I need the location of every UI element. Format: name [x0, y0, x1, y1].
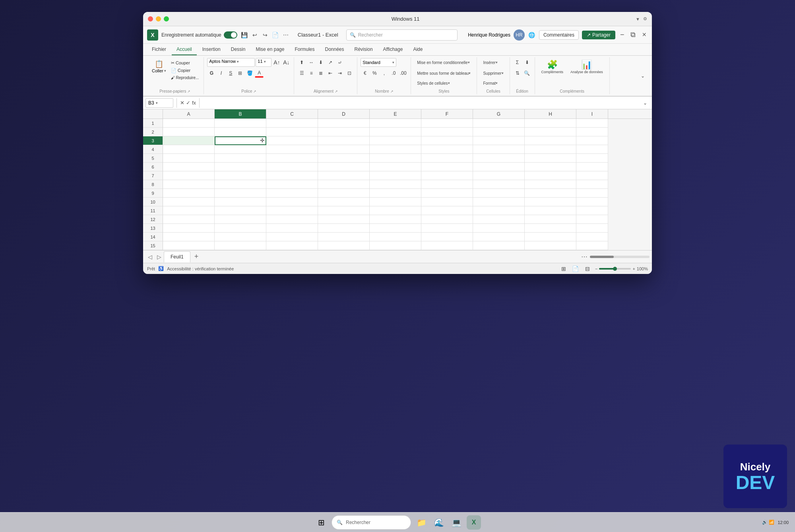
- cell-A10[interactable]: [163, 198, 215, 206]
- cell-D10[interactable]: [318, 198, 370, 206]
- increase-indent-button[interactable]: ⇥: [335, 69, 344, 78]
- grid-scroll-area[interactable]: 1 2: [143, 119, 652, 250]
- font-color-button[interactable]: A: [255, 69, 264, 78]
- cell-F14[interactable]: [421, 233, 473, 241]
- page-break-button[interactable]: ⊟: [583, 264, 592, 273]
- cell-G7[interactable]: [473, 171, 525, 180]
- cell-H15[interactable]: [525, 241, 576, 250]
- decrease-indent-button[interactable]: ⇤: [326, 69, 335, 78]
- close-button[interactable]: ×: [640, 30, 648, 40]
- thousands-button[interactable]: ,: [380, 69, 388, 78]
- cell-G13[interactable]: [473, 224, 525, 233]
- cell-B11[interactable]: [215, 206, 266, 215]
- cell-A15[interactable]: [163, 241, 215, 250]
- cell-D6[interactable]: [318, 163, 370, 171]
- cell-B12[interactable]: [215, 215, 266, 224]
- decrease-font-button[interactable]: A↓: [282, 58, 291, 67]
- save-icon[interactable]: 💾: [240, 31, 248, 39]
- sort-filter-button[interactable]: ⇅: [513, 69, 522, 78]
- cell-I5[interactable]: [576, 154, 608, 163]
- decrease-decimal-button[interactable]: .0: [389, 69, 398, 78]
- cell-I14[interactable]: [576, 233, 608, 241]
- sheet-tab-feuil1[interactable]: Feuil1: [164, 251, 190, 262]
- taskbar-file-explorer[interactable]: 📁: [414, 515, 429, 530]
- zoom-in-button[interactable]: +: [632, 266, 635, 271]
- find-button[interactable]: 🔍: [523, 69, 531, 78]
- cell-B14[interactable]: [215, 233, 266, 241]
- cell-G11[interactable]: [473, 206, 525, 215]
- cell-I12[interactable]: [576, 215, 608, 224]
- inserer-button[interactable]: Insérer ▾: [480, 58, 500, 67]
- cell-I13[interactable]: [576, 224, 608, 233]
- cell-E11[interactable]: [370, 206, 421, 215]
- close-traffic-light[interactable]: [148, 16, 153, 21]
- row-num-12[interactable]: 12: [143, 215, 163, 224]
- cell-D9[interactable]: [318, 189, 370, 198]
- cell-G10[interactable]: [473, 198, 525, 206]
- cell-H10[interactable]: [525, 198, 576, 206]
- row-num-1[interactable]: 1: [143, 119, 163, 128]
- cell-C14[interactable]: [266, 233, 318, 241]
- cell-I7[interactable]: [576, 171, 608, 180]
- cell-A11[interactable]: [163, 206, 215, 215]
- row-num-14[interactable]: 14: [143, 233, 163, 241]
- cell-C13[interactable]: [266, 224, 318, 233]
- taskbar-terminal[interactable]: 💻: [449, 515, 463, 530]
- cell-I9[interactable]: [576, 189, 608, 198]
- cell-H13[interactable]: [525, 224, 576, 233]
- cell-H11[interactable]: [525, 206, 576, 215]
- cell-H6[interactable]: [525, 163, 576, 171]
- maximize-traffic-light[interactable]: [164, 16, 169, 21]
- coller-button[interactable]: 📋 Coller ▾: [149, 58, 169, 75]
- col-header-I[interactable]: I: [576, 109, 608, 118]
- cell-C1[interactable]: [266, 119, 318, 128]
- cell-D7[interactable]: [318, 171, 370, 180]
- taskbar-excel[interactable]: X: [467, 515, 481, 530]
- cell-I10[interactable]: [576, 198, 608, 206]
- taskbar-edge[interactable]: 🌊: [432, 515, 446, 530]
- cell-H7[interactable]: [525, 171, 576, 180]
- cell-F7[interactable]: [421, 171, 473, 180]
- cell-F13[interactable]: [421, 224, 473, 233]
- page-icon[interactable]: 📄: [271, 31, 279, 39]
- formula-expand-button[interactable]: ⌄: [641, 99, 650, 107]
- cell-A7[interactable]: [163, 171, 215, 180]
- cell-C12[interactable]: [266, 215, 318, 224]
- cell-F2[interactable]: [421, 128, 473, 136]
- cell-B8[interactable]: [215, 180, 266, 189]
- format-button[interactable]: Format ▾: [480, 79, 500, 87]
- italic-button[interactable]: I: [217, 69, 225, 78]
- cell-I4[interactable]: [576, 145, 608, 154]
- align-middle-button[interactable]: ↔: [307, 58, 316, 67]
- cell-B7[interactable]: [215, 171, 266, 180]
- cell-C2[interactable]: [266, 128, 318, 136]
- col-header-F[interactable]: F: [421, 109, 473, 118]
- cell-C3[interactable]: [266, 136, 318, 145]
- cell-H9[interactable]: [525, 189, 576, 198]
- cell-F3[interactable]: [421, 136, 473, 145]
- cell-F12[interactable]: [421, 215, 473, 224]
- add-sheet-button[interactable]: +: [191, 252, 202, 261]
- cell-D4[interactable]: [318, 145, 370, 154]
- cell-E15[interactable]: [370, 241, 421, 250]
- bold-button[interactable]: G: [207, 69, 216, 78]
- cell-F11[interactable]: [421, 206, 473, 215]
- cell-A3[interactable]: [163, 136, 215, 145]
- cell-A9[interactable]: [163, 189, 215, 198]
- cell-B2[interactable]: [215, 128, 266, 136]
- tab-mise-en-page[interactable]: Mise en page: [251, 44, 289, 55]
- cell-F1[interactable]: [421, 119, 473, 128]
- row-num-9[interactable]: 9: [143, 189, 163, 198]
- tab-revision[interactable]: Révision: [350, 44, 378, 55]
- tab-aide[interactable]: Aide: [408, 44, 427, 55]
- borders-button[interactable]: ⊞: [236, 69, 244, 78]
- fill-button[interactable]: ⬇: [523, 58, 531, 67]
- cell-B1[interactable]: [215, 119, 266, 128]
- cell-I11[interactable]: [576, 206, 608, 215]
- cell-D5[interactable]: [318, 154, 370, 163]
- percent-button[interactable]: %: [370, 69, 379, 78]
- page-layout-button[interactable]: 📄: [571, 264, 580, 273]
- cell-F10[interactable]: [421, 198, 473, 206]
- cell-E8[interactable]: [370, 180, 421, 189]
- tab-accueil[interactable]: Accueil: [172, 44, 197, 55]
